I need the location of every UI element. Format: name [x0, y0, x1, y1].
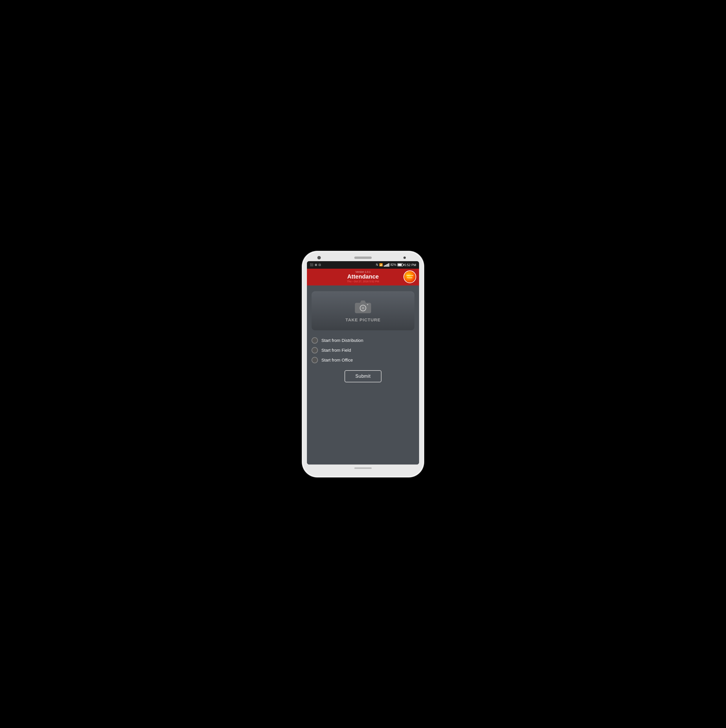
app-version: Version 1.0.1: [323, 271, 403, 273]
app-subtitle: Thu - Oct 27, 2016 5:52 PM: [323, 280, 403, 283]
wifi-icon: 📶: [379, 263, 383, 266]
speaker: [354, 257, 372, 259]
image-icon: ⬛: [310, 263, 313, 266]
battery-fill: [398, 264, 402, 266]
phone-device: ⬛ ⊞ ⊡ N 📶 82%: [302, 251, 424, 477]
take-picture-button[interactable]: TAKE PICTURE: [311, 291, 415, 330]
radio-group: Start from Distribution Start from Field…: [311, 337, 415, 363]
submit-label: Submit: [355, 374, 371, 379]
svg-point-2: [361, 307, 365, 309]
app-header: Version 1.0.1 Attendance Thu - Oct 27, 2…: [307, 269, 419, 286]
excel-icon: ⊞: [315, 263, 317, 266]
front-camera: [317, 256, 321, 260]
proximity-sensor: [403, 257, 406, 259]
status-right-icons: N 📶 82% 5:52 PM: [376, 263, 416, 267]
radio-circle-distribution: [311, 337, 318, 344]
submit-button[interactable]: Submit: [345, 370, 382, 382]
app-title: Attendance: [323, 273, 403, 280]
app-content: TAKE PICTURE Start from Distribution Sta…: [307, 286, 419, 465]
status-bar: ⬛ ⊞ ⊡ N 📶 82%: [307, 261, 419, 269]
company-logo: NationalFoods: [403, 271, 416, 283]
take-picture-label: TAKE PICTURE: [345, 317, 381, 322]
radio-circle-field: [311, 347, 318, 353]
signal-icon: [384, 263, 389, 267]
radio-circle-office: [311, 357, 318, 363]
phone-screen: ⬛ ⊞ ⊡ N 📶 82%: [307, 261, 419, 465]
radio-label-field: Start from Field: [321, 348, 351, 353]
radio-office[interactable]: Start from Office: [311, 357, 415, 363]
status-left-icons: ⬛ ⊞ ⊡: [310, 263, 321, 266]
radio-label-distribution: Start from Distribution: [321, 338, 363, 343]
phone-top-sensors: [307, 257, 419, 259]
svg-point-3: [367, 304, 368, 305]
nfc-icon: N: [376, 263, 378, 266]
battery-icon: [397, 263, 403, 266]
camera-icon: [354, 299, 372, 314]
radio-label-office: Start from Office: [321, 358, 353, 362]
home-bar: [354, 467, 372, 469]
header-center: Version 1.0.1 Attendance Thu - Oct 27, 2…: [323, 271, 403, 283]
logo-text: NationalFoods: [406, 274, 413, 278]
radio-field[interactable]: Start from Field: [311, 347, 415, 353]
notification-icon: ⊡: [319, 263, 321, 266]
battery-percent: 82%: [390, 263, 396, 266]
radio-distribution[interactable]: Start from Distribution: [311, 337, 415, 344]
status-time: 5:52 PM: [404, 263, 416, 267]
